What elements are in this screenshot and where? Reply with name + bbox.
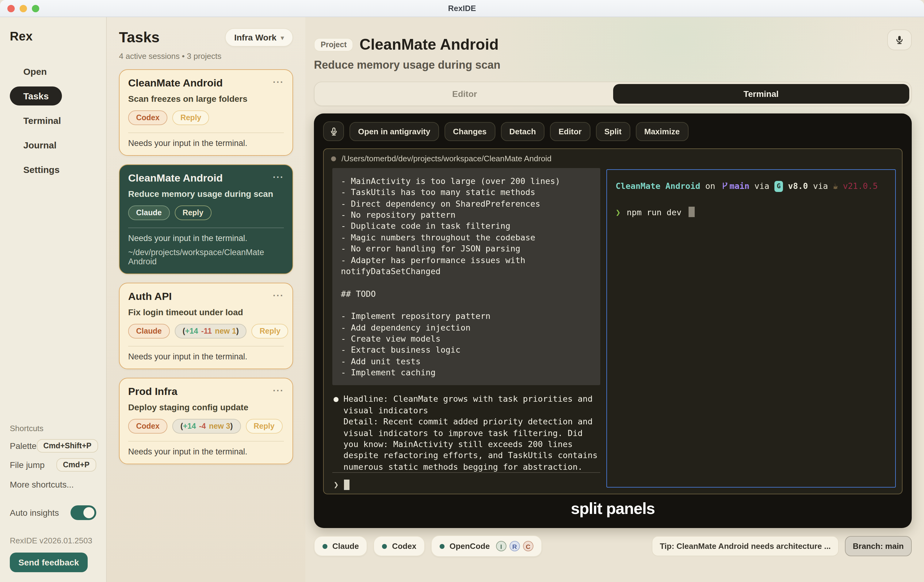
ellipsis-menu-icon[interactable]: ··· <box>273 291 284 300</box>
status-branch-name: main <box>729 181 749 191</box>
palette-kbd: Cmd+Shift+P <box>36 439 98 453</box>
maximize-button[interactable]: Maximize <box>636 122 688 141</box>
task-card-status: Needs your input in the terminal. <box>128 447 284 456</box>
terminal-window: /Users/tomerbd/dev/projects/workspace/Cl… <box>323 149 903 494</box>
status-dot-icon <box>322 544 327 549</box>
task-card-title: CleanMate Android <box>128 172 223 185</box>
status-gradle-version: v8.0 <box>783 181 808 191</box>
agent-chip[interactable]: Claude <box>128 324 170 339</box>
reply-button[interactable]: Reply <box>252 324 289 339</box>
insight-detail: Detail: Recent commit added priority det… <box>343 416 598 472</box>
terminal-pane-left[interactable]: - MainActivity is too large (over 200 li… <box>332 168 600 489</box>
agent-label: Codex <box>392 542 416 551</box>
sidebar-item-open[interactable]: Open <box>10 62 60 81</box>
tab-editor[interactable]: Editor <box>317 84 613 104</box>
terminal-microphone-button[interactable] <box>323 121 344 141</box>
badge-c: C <box>523 541 533 551</box>
opencode-badges: I R C <box>496 541 533 551</box>
page-title: CleanMate Android <box>360 36 499 53</box>
reply-button[interactable]: Reply <box>172 111 209 125</box>
microphone-button[interactable] <box>887 30 912 50</box>
auto-insights-label: Auto insights <box>10 508 59 518</box>
diff-added: +14 <box>183 422 196 430</box>
task-card-status: Needs your input in the terminal. <box>128 139 284 148</box>
shortcuts-heading: Shortcuts <box>10 424 96 433</box>
insight-headline: Headline: CleanMate grows with task prio… <box>343 394 598 416</box>
task-card[interactable]: Prod Infra ··· Deploy staging config upd… <box>119 378 293 464</box>
sidebar: Rex Open Tasks Terminal Journal Settings… <box>0 17 107 582</box>
agent-label: Claude <box>332 542 359 551</box>
split-button[interactable]: Split <box>596 122 630 141</box>
main-area: Project CleanMate Android Reduce memory … <box>305 17 924 582</box>
task-card[interactable]: Auth API ··· Fix login timeout under loa… <box>119 283 293 369</box>
reply-button[interactable]: Reply <box>246 419 282 433</box>
shortcut-palette-row: Palette Cmd+Shift+P <box>10 439 96 453</box>
agent-chip-codex[interactable]: Codex <box>374 536 425 556</box>
task-filter-dropdown[interactable]: Infra Work ▾ <box>225 28 293 46</box>
agent-label: OpenCode <box>449 542 490 551</box>
terminal-pane-right[interactable]: CleanMate Android on main via G v8.0 via… <box>606 169 896 488</box>
chevron-down-icon: ▾ <box>281 34 284 41</box>
palette-label: Palette <box>10 441 36 451</box>
reply-button[interactable]: Reply <box>175 205 211 220</box>
task-card-status: Needs your input in the terminal. <box>128 234 284 243</box>
task-card-title: Auth API <box>128 291 172 303</box>
agent-chip-claude[interactable]: Claude <box>314 536 368 556</box>
agent-chip-opencode[interactable]: OpenCode I R C <box>431 536 542 557</box>
ellipsis-menu-icon[interactable]: ··· <box>273 386 284 395</box>
ellipsis-menu-icon[interactable]: ··· <box>273 77 284 86</box>
branch-indicator[interactable]: Branch: main <box>845 536 912 556</box>
tasks-panel: Tasks Infra Work ▾ 4 active sessions • 3… <box>107 17 305 582</box>
tip-banner[interactable]: Tip: CleanMate Android needs architectur… <box>652 536 839 556</box>
editor-button[interactable]: Editor <box>550 122 590 141</box>
ellipsis-menu-icon[interactable]: ··· <box>273 172 284 182</box>
page-subtitle: Reduce memory usage during scan <box>314 59 887 72</box>
diff-stats-chip: (+14-11new 1) <box>175 324 246 339</box>
badge-i: I <box>496 541 507 551</box>
diff-new: new 3 <box>209 422 230 430</box>
auto-insights-toggle[interactable] <box>71 505 96 520</box>
agent-chip[interactable]: Codex <box>128 419 167 433</box>
tasks-title: Tasks <box>119 29 160 46</box>
terminal-panel: Open in antigravity Changes Detach Edito… <box>314 114 912 528</box>
app-window: RexIDE Rex Open Tasks Terminal Journal S… <box>0 0 924 582</box>
task-card-subtitle: Deploy staging config update <box>128 402 284 412</box>
agent-chip[interactable]: Codex <box>128 111 167 125</box>
app-version: RexIDE v2026.01.2503 <box>10 536 96 545</box>
shortcut-filejump-row: File jump Cmd+P <box>10 458 96 471</box>
card-divider <box>128 132 284 133</box>
sidebar-item-tasks[interactable]: Tasks <box>10 86 62 106</box>
tab-terminal[interactable]: Terminal <box>613 84 909 104</box>
sidebar-item-terminal[interactable]: Terminal <box>10 111 74 130</box>
auto-insights-row: Auto insights <box>10 505 96 520</box>
toggle-knob <box>83 507 94 518</box>
task-card[interactable]: CleanMate Android ··· Scan freezes on la… <box>119 69 293 156</box>
changes-button[interactable]: Changes <box>444 122 495 141</box>
bullet-icon: ● <box>333 394 338 472</box>
sidebar-item-journal[interactable]: Journal <box>10 136 70 155</box>
status-dot-icon <box>440 544 444 549</box>
shell-status-line: CleanMate Android on main via G v8.0 via… <box>615 180 887 193</box>
task-card-title: Prod Infra <box>128 386 178 398</box>
terminal-input[interactable]: ❯ <box>332 473 600 494</box>
app-logo: Rex <box>10 30 96 43</box>
status-bar: Claude Codex OpenCode I R C Tip: Clean <box>314 536 912 557</box>
microphone-icon <box>894 35 904 45</box>
session-dot-icon <box>331 156 336 161</box>
text-cursor <box>688 207 695 217</box>
badge-r: R <box>510 541 520 551</box>
open-in-antigravity-button[interactable]: Open in antigravity <box>350 122 439 141</box>
diff-added: +14 <box>185 327 198 336</box>
prompt-chevron: ❯ <box>615 206 620 218</box>
detach-button[interactable]: Detach <box>501 122 544 141</box>
sidebar-item-settings[interactable]: Settings <box>10 160 73 179</box>
titlebar: RexIDE <box>0 0 924 17</box>
terminal-toolbar: Open in antigravity Changes Detach Edito… <box>323 121 903 141</box>
send-feedback-button[interactable]: Send feedback <box>10 552 87 572</box>
agent-chip[interactable]: Claude <box>128 205 170 220</box>
filejump-kbd: Cmd+P <box>56 458 96 471</box>
more-shortcuts-link[interactable]: More shortcuts... <box>10 479 96 489</box>
task-card-active[interactable]: CleanMate Android ··· Reduce memory usag… <box>119 164 293 274</box>
typed-command: npm run dev <box>627 206 681 218</box>
window-title: RexIDE <box>0 4 924 13</box>
